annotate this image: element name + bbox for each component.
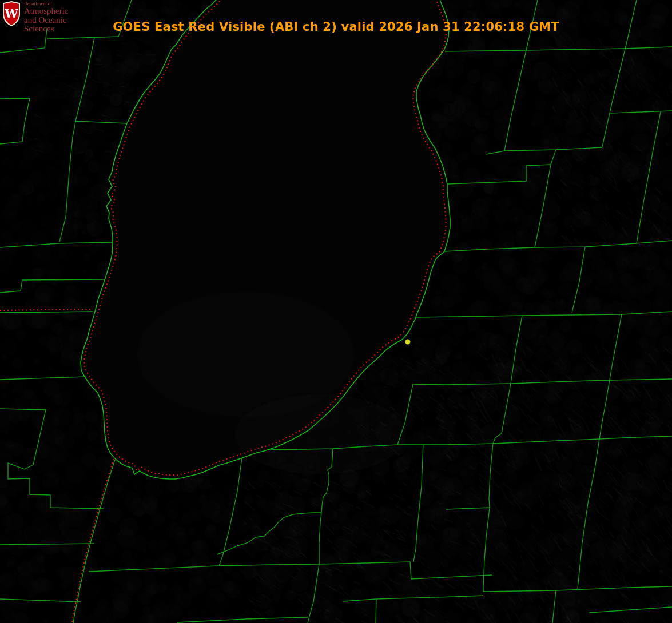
county-boundary-line — [219, 458, 242, 566]
county-boundary-line — [59, 38, 94, 242]
county-boundary-line — [599, 314, 622, 439]
county-boundary-line — [589, 607, 672, 613]
county-boundary-line — [413, 379, 672, 385]
county-boundary-line — [445, 47, 672, 51]
county-boundary-line — [0, 409, 104, 509]
county-boundary-line — [308, 449, 333, 623]
crest-letter: W — [4, 6, 18, 21]
state-border-line — [73, 460, 115, 623]
county-boundary-line — [486, 147, 602, 154]
county-boundary-line — [177, 617, 308, 622]
uw-crest-icon: W — [2, 1, 21, 26]
county-boundary-line — [47, 37, 118, 39]
image-title: GOES East Red Visible (ABI ch 2) valid 2… — [0, 20, 672, 34]
county-boundary-line — [75, 121, 127, 123]
satellite-image-viewport: GOES East Red Visible (ABI ch 2) valid 2… — [0, 0, 672, 623]
county-boundary-line — [89, 562, 492, 579]
county-boundary-line — [446, 508, 490, 509]
county-boundary-line — [447, 165, 551, 184]
red-dotted-state-border — [0, 309, 93, 310]
map-overlay — [0, 0, 672, 623]
county-boundary-line — [493, 316, 522, 444]
county-boundary-line — [0, 599, 81, 602]
county-boundary-line — [217, 513, 321, 554]
county-boundary-line — [489, 444, 493, 508]
county-boundary-line — [572, 247, 585, 313]
county-boundary-line — [578, 439, 599, 589]
county-boundary-line — [535, 150, 556, 247]
county-boundary-line — [413, 445, 423, 562]
logo-line-2: and Oceanic Sciences — [24, 16, 92, 33]
county-boundary-line — [0, 279, 105, 293]
state-border-line — [0, 312, 93, 313]
uw-aos-logo: W Department of Atmospheric and Oceanic … — [0, 0, 92, 27]
county-boundary-line — [0, 377, 86, 380]
county-boundary-line — [0, 98, 30, 144]
station-marker-dot — [405, 340, 411, 345]
county-boundary-line — [0, 242, 112, 247]
county-boundary-line — [610, 111, 672, 113]
logo-dept-label: Department of — [24, 2, 92, 6]
county-boundary-line — [376, 599, 376, 623]
county-boundary-line — [637, 112, 661, 243]
county-boundary-line — [0, 544, 94, 545]
county-boundary-line — [416, 312, 672, 317]
logo-line-1: Atmospheric — [24, 7, 92, 15]
county-boundary-line — [343, 596, 483, 601]
lake-cloud-wisp — [234, 394, 406, 474]
logo-text: Department of Atmospheric and Oceanic Sc… — [24, 2, 92, 33]
county-boundary-line — [445, 241, 672, 251]
county-boundary-line — [483, 508, 490, 592]
county-boundary-line — [552, 590, 556, 623]
